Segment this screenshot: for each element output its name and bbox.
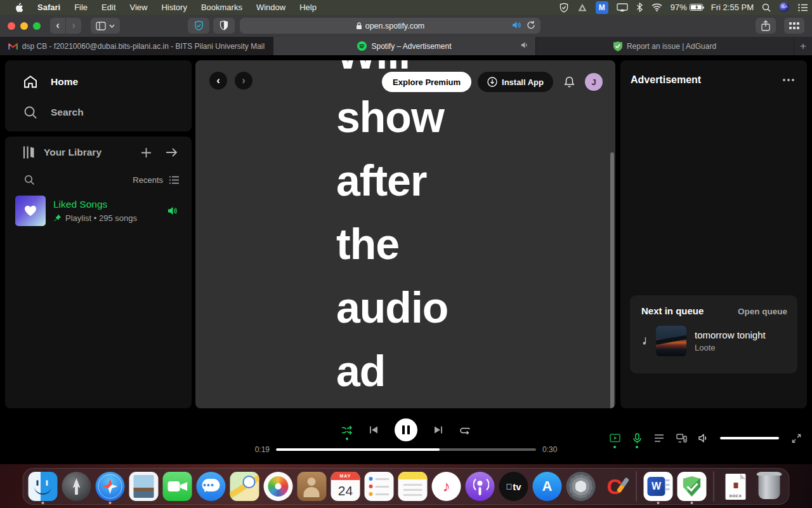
volume-icon[interactable] <box>698 432 709 444</box>
volume-slider[interactable] <box>720 437 779 439</box>
tab-overview-button[interactable] <box>784 18 804 34</box>
next-in-queue-card: Next in queue Open queue tomorrow tonigh… <box>630 295 797 373</box>
pause-button[interactable] <box>395 418 417 441</box>
sidebar-item-home[interactable]: Home <box>5 67 192 97</box>
library-icon[interactable] <box>23 145 36 159</box>
dock-mail[interactable] <box>129 468 159 505</box>
battery-indicator[interactable]: 97% <box>671 3 703 12</box>
menu-item-edit[interactable]: Edit <box>95 0 122 15</box>
open-queue-link[interactable]: Open queue <box>738 307 787 316</box>
queue-track-title[interactable]: tomorrow tonight <box>695 330 766 340</box>
dock-safari[interactable] <box>95 468 126 505</box>
share-button[interactable] <box>756 18 776 34</box>
menu-item-window[interactable]: Window <box>249 0 292 15</box>
sidebar-item-search[interactable]: Search <box>5 97 192 128</box>
dock-music[interactable]: ♪ <box>431 468 462 505</box>
sidebar-toggle-button[interactable] <box>91 18 120 34</box>
menu-item-help[interactable]: Help <box>292 0 324 15</box>
menu-list-icon[interactable] <box>798 4 808 11</box>
dock-reminders[interactable] <box>364 468 395 505</box>
menu-item-history[interactable]: History <box>154 0 193 15</box>
close-window-button[interactable] <box>8 22 15 30</box>
notifications-button[interactable] <box>560 76 579 88</box>
apple-menu-icon[interactable] <box>8 0 30 15</box>
tab-spotify-active[interactable]: Spotify – Advertisement <box>273 37 536 55</box>
sort-recents-button[interactable]: Recents <box>133 175 179 185</box>
dock-finder[interactable] <box>28 468 58 505</box>
browser-back-button[interactable]: ‹ <box>50 18 65 34</box>
menu-item-file[interactable]: File <box>67 0 95 15</box>
tab-gmail[interactable]: dsp CB - f20210060@dubai.bits-pilani.ac.… <box>0 37 273 55</box>
dock-system-preferences[interactable] <box>566 468 596 505</box>
menubar-clock[interactable]: Fri 2:55 PM <box>711 3 754 12</box>
tab-adguard[interactable]: Report an issue | AdGuard <box>536 37 794 55</box>
dock-launchpad[interactable] <box>62 468 92 505</box>
address-bar[interactable]: open.spotify.com <box>240 18 540 34</box>
reload-button[interactable] <box>527 20 535 30</box>
panel-title[interactable]: Advertisement <box>631 74 701 86</box>
progress-bar[interactable] <box>276 448 536 451</box>
dock-word[interactable]: W <box>643 468 674 505</box>
main-scrollbar[interactable] <box>610 152 614 408</box>
queue-button[interactable] <box>653 432 665 444</box>
spotify-back-button[interactable]: ‹ <box>209 72 227 90</box>
malwarebytes-menubar-icon[interactable]: M <box>596 1 608 14</box>
shuffle-button[interactable] <box>341 424 353 436</box>
explore-premium-button[interactable]: Explore Premium <box>382 72 471 92</box>
spotify-forward-button[interactable]: › <box>235 72 252 90</box>
fullscreen-button[interactable] <box>790 432 802 444</box>
dock-calendar[interactable]: MAY 24 <box>331 468 361 505</box>
menu-item-bookmarks[interactable]: Bookmarks <box>194 0 249 15</box>
queue-track-row[interactable]: tomorrow tonight Loote <box>641 326 787 356</box>
expand-library-button[interactable] <box>166 147 178 157</box>
minimize-window-button[interactable] <box>20 22 28 30</box>
dock-ccleaner[interactable]: C <box>599 468 630 505</box>
dock-trash[interactable] <box>754 468 785 505</box>
dock-docx-file[interactable]: DOCX <box>721 468 751 505</box>
tab-audio-playing-icon[interactable] <box>512 21 521 29</box>
now-playing-view-button[interactable] <box>609 432 620 444</box>
dock-facetime[interactable] <box>162 468 193 505</box>
adguard-extension-button[interactable] <box>188 18 209 34</box>
dock-podcasts[interactable] <box>465 468 495 505</box>
next-track-button[interactable] <box>433 424 444 436</box>
download-icon <box>487 77 497 87</box>
connect-device-button[interactable] <box>676 432 687 444</box>
queue-track-artist[interactable]: Loote <box>695 343 766 352</box>
dock-maps[interactable] <box>230 468 260 505</box>
dock-messages[interactable] <box>196 468 226 505</box>
menu-item-view[interactable]: View <box>123 0 155 15</box>
dock-notes[interactable] <box>398 468 428 505</box>
queue-album-art <box>656 326 686 356</box>
dock-apple-tv[interactable]: tv <box>499 468 529 505</box>
dock-photos[interactable] <box>263 468 294 505</box>
install-app-button[interactable]: Install App <box>478 72 553 92</box>
dock-contacts[interactable] <box>297 468 327 505</box>
siri-icon[interactable] <box>779 2 790 13</box>
playlist-liked-songs[interactable]: Liked Songs Playlist • 295 songs <box>5 196 192 226</box>
dock-adguard[interactable] <box>677 468 707 505</box>
spotify-main-view: Will show after the audio ad ‹ › Explore… <box>195 60 615 408</box>
lyrics-button[interactable] <box>631 432 643 444</box>
wifi-icon[interactable] <box>652 3 662 11</box>
browser-forward-button[interactable]: › <box>66 18 81 34</box>
total-time: 0:30 <box>542 445 563 454</box>
repeat-button[interactable] <box>459 424 471 436</box>
dock-app-store[interactable]: A <box>532 468 563 505</box>
shield-extension-button[interactable] <box>213 18 235 34</box>
adguard-menubar-icon[interactable] <box>559 3 569 13</box>
vpn-menubar-icon[interactable] <box>577 3 587 13</box>
previous-track-button[interactable] <box>368 424 379 436</box>
new-tab-button[interactable]: + <box>794 37 812 55</box>
user-avatar[interactable]: J <box>585 73 603 91</box>
library-search-button[interactable] <box>24 175 35 185</box>
zoom-window-button[interactable] <box>33 22 41 30</box>
tab-mute-icon[interactable] <box>521 41 529 49</box>
create-playlist-button[interactable] <box>141 147 152 158</box>
your-library-label[interactable]: Your Library <box>44 147 102 158</box>
more-options-icon[interactable] <box>783 79 794 81</box>
bluetooth-icon[interactable] <box>636 3 643 12</box>
screen-mirroring-icon[interactable] <box>617 3 628 12</box>
menu-item-app[interactable]: Safari <box>30 0 67 15</box>
spotlight-search-icon[interactable] <box>762 3 771 12</box>
